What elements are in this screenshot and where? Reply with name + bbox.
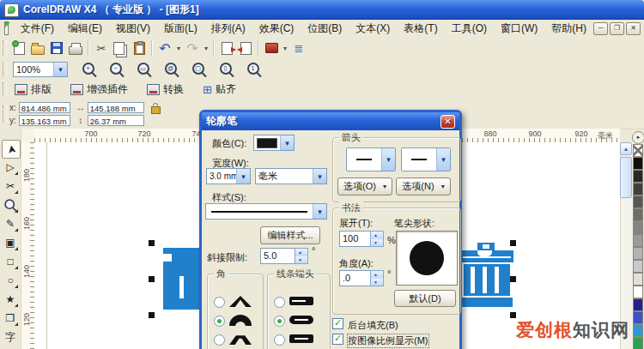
chevron-down-icon[interactable] bbox=[280, 135, 294, 150]
color-swatch[interactable] bbox=[633, 157, 643, 170]
paste-icon[interactable] bbox=[130, 39, 149, 57]
shape-tool[interactable]: ▷ bbox=[2, 159, 19, 176]
chevron-down-icon[interactable] bbox=[236, 169, 250, 184]
menu-item-11[interactable]: 帮助(H) bbox=[544, 20, 593, 38]
new-document-icon[interactable] bbox=[9, 39, 28, 57]
menu-item-0[interactable]: 文件(F) bbox=[14, 20, 61, 38]
convert-button[interactable]: 转换 bbox=[142, 81, 189, 99]
end-arrow-combo[interactable] bbox=[401, 147, 451, 171]
color-swatch[interactable] bbox=[633, 260, 643, 273]
start-arrow-options-button[interactable]: 选项(O) bbox=[337, 178, 392, 196]
freehand-tool[interactable]: ✎ bbox=[2, 215, 19, 232]
redo-icon[interactable]: ↷ bbox=[183, 39, 202, 57]
menu-item-8[interactable]: 表格(T) bbox=[397, 20, 444, 38]
selection-handle[interactable] bbox=[149, 240, 155, 246]
ellipse-tool[interactable]: ○ bbox=[2, 272, 19, 289]
menu-item-6[interactable]: 位图(B) bbox=[301, 20, 349, 38]
trash-can-object[interactable] bbox=[460, 243, 513, 317]
corner-round-radio[interactable] bbox=[214, 316, 225, 327]
scroll-up-button[interactable] bbox=[620, 142, 632, 155]
chevron-down-icon[interactable] bbox=[53, 63, 67, 76]
selection-handle[interactable] bbox=[510, 312, 516, 318]
width-unit-combo[interactable]: 毫米 bbox=[255, 168, 327, 184]
text-tool[interactable]: 字 bbox=[2, 328, 19, 346]
object-width-input[interactable]: 145.188 mm bbox=[88, 102, 144, 113]
outline-color-combo[interactable] bbox=[253, 135, 295, 151]
menu-item-5[interactable]: 效果(C) bbox=[252, 20, 301, 38]
cap-round-radio[interactable] bbox=[274, 316, 285, 327]
cap-butt-radio[interactable] bbox=[274, 297, 285, 308]
color-swatch[interactable] bbox=[633, 298, 643, 311]
crop-tool[interactable]: ✂ bbox=[2, 178, 19, 195]
zoom-in-icon[interactable]: + bbox=[80, 60, 99, 79]
dialog-close-button[interactable]: ✕ bbox=[440, 115, 455, 129]
cap-square-radio[interactable] bbox=[274, 334, 285, 346]
toolbar-gripper[interactable] bbox=[3, 62, 7, 75]
zoom-selected-icon[interactable]: ▭ bbox=[135, 60, 154, 79]
color-swatch[interactable] bbox=[633, 286, 643, 298]
x-coordinate-input[interactable]: 814.486 mm bbox=[19, 102, 70, 113]
color-swatch[interactable] bbox=[633, 311, 643, 324]
color-swatch[interactable] bbox=[633, 324, 643, 337]
color-swatch[interactable] bbox=[633, 183, 643, 196]
menu-item-9[interactable]: 工具(O) bbox=[445, 20, 494, 38]
undo-icon[interactable]: ↶ bbox=[155, 39, 174, 57]
zoom-page-icon[interactable]: ▢ bbox=[190, 60, 209, 79]
export-icon[interactable] bbox=[236, 39, 255, 57]
pick-tool[interactable]: ➤ bbox=[2, 140, 21, 159]
start-arrow-combo[interactable] bbox=[346, 147, 396, 171]
spin-up-icon[interactable] bbox=[371, 232, 383, 239]
pagination-button[interactable]: 排版 bbox=[9, 81, 57, 99]
save-icon[interactable] bbox=[47, 39, 66, 57]
toolbar-gripper[interactable] bbox=[3, 82, 7, 97]
selection-handle[interactable] bbox=[149, 312, 155, 318]
polygon-tool[interactable]: ★ bbox=[2, 291, 19, 308]
angle-value[interactable]: .0 bbox=[339, 270, 370, 286]
spin-down-icon[interactable] bbox=[371, 279, 383, 286]
snap-button[interactable]: 贴齐 bbox=[197, 81, 241, 99]
nib-preview[interactable] bbox=[396, 231, 458, 286]
chevron-down-icon[interactable] bbox=[381, 148, 395, 171]
color-swatch[interactable] bbox=[633, 247, 643, 260]
color-swatch[interactable] bbox=[633, 208, 643, 221]
end-arrow-options-button[interactable]: 选项(N) bbox=[396, 178, 451, 196]
spin-up-icon[interactable] bbox=[371, 271, 383, 279]
outline-width-combo[interactable]: 3.0 mm bbox=[206, 168, 251, 184]
zoom-all-objects-icon[interactable]: @ bbox=[162, 60, 181, 79]
zoom-out-icon[interactable]: − bbox=[107, 60, 126, 79]
color-swatch[interactable] bbox=[633, 221, 643, 234]
undo-dropdown-icon[interactable]: ▾ bbox=[174, 39, 183, 57]
chevron-down-icon[interactable] bbox=[313, 204, 326, 219]
spin-up-icon[interactable] bbox=[295, 249, 307, 256]
stretch-value[interactable]: 100 bbox=[339, 231, 370, 247]
selected-object-left-part[interactable] bbox=[163, 248, 199, 310]
corner-bevel-radio[interactable] bbox=[214, 334, 225, 346]
title-bar[interactable]: CorelDRAW X4 （ 专业版 ） - [图形1] bbox=[0, 0, 644, 20]
rectangle-tool[interactable]: □ bbox=[2, 253, 19, 270]
edit-style-button[interactable]: 编辑样式... bbox=[260, 226, 320, 244]
zoom-level-combo[interactable]: 100% bbox=[13, 62, 68, 77]
default-button[interactable]: 默认(D) bbox=[394, 290, 456, 307]
open-folder-icon[interactable] bbox=[28, 39, 47, 57]
document-icon[interactable] bbox=[4, 21, 9, 35]
zoom-one-to-one-icon[interactable]: 1 bbox=[245, 60, 264, 79]
menu-item-3[interactable]: 版面(L) bbox=[157, 20, 204, 38]
restore-button[interactable]: ❐ bbox=[610, 22, 624, 35]
object-height-input[interactable]: 26.37 mm bbox=[88, 115, 144, 126]
angle-spinner[interactable]: .0 bbox=[339, 270, 384, 286]
color-swatch[interactable] bbox=[633, 170, 643, 183]
menu-item-4[interactable]: 排列(A) bbox=[204, 20, 252, 38]
miter-limit-spinner[interactable]: 5.0 bbox=[260, 248, 308, 264]
selection-handle[interactable] bbox=[149, 276, 155, 282]
spin-down-icon[interactable] bbox=[295, 256, 307, 264]
zoom-tool[interactable] bbox=[2, 196, 19, 214]
import-icon[interactable] bbox=[217, 39, 236, 57]
miter-limit-value[interactable]: 5.0 bbox=[260, 248, 295, 264]
menu-item-10[interactable]: 窗口(W) bbox=[494, 20, 544, 38]
close-window-button[interactable]: ✕ bbox=[626, 22, 641, 35]
color-swatch[interactable] bbox=[633, 196, 643, 208]
app-launcher-icon[interactable] bbox=[262, 39, 281, 57]
welcome-screen-icon[interactable]: ≣ bbox=[289, 39, 308, 57]
print-icon[interactable] bbox=[66, 39, 85, 57]
menu-item-1[interactable]: 编辑(E) bbox=[61, 20, 109, 38]
